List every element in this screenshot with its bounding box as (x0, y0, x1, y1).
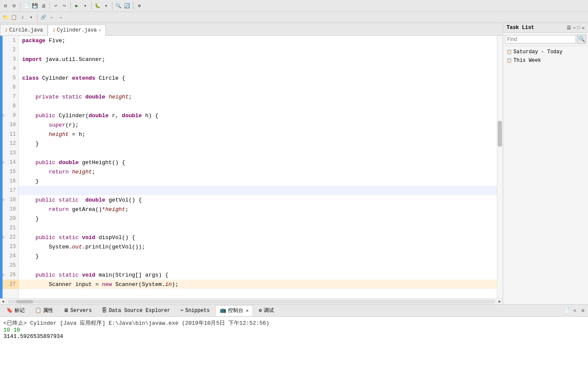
run-dropdown-icon[interactable]: ▾ (81, 2, 89, 10)
bottom-panel: 🔖 标记 📋 属性 🖥 Servers 🗄 Data Source Explor… (0, 304, 588, 381)
ln-4: 4 (3, 64, 18, 73)
link-icon[interactable]: 🔗 (40, 14, 47, 21)
console-output-2: 3141.5926535897934 (3, 333, 585, 340)
settings-icon[interactable]: ⚙ (135, 2, 143, 10)
console-close-btn[interactable]: ✕ (571, 307, 578, 314)
ln-12: 12 (3, 139, 18, 148)
ln-26: 26 (3, 270, 18, 280)
task-saturday-label: Saturday - Today (513, 49, 562, 55)
ln-3: 3 (3, 55, 18, 64)
ln-27: 27 (3, 280, 18, 289)
code-line-14: public double getHeight() { (19, 158, 497, 167)
code-line-21 (19, 223, 497, 233)
debug-dropdown-icon[interactable]: ▾ (102, 2, 110, 10)
tab-console[interactable]: 📺 控制台 ✕ (215, 305, 253, 316)
code-line-18: public static double getVol() { (19, 195, 497, 205)
arrow-icon[interactable]: ↕ (19, 14, 26, 21)
tab-debug[interactable]: ⚙ 调试 (254, 305, 278, 316)
task-list-minimize-icon[interactable]: — (573, 25, 576, 31)
horizontal-scrollbar[interactable]: ◀ ▶ (0, 298, 503, 304)
h-scroll-thumb[interactable] (16, 300, 33, 303)
bookmark-label: 标记 (14, 307, 25, 314)
ln-25: 25 (3, 261, 18, 270)
task-list-menu-icon[interactable]: ☰ (567, 25, 571, 31)
bookmark-icon: 🔖 (6, 307, 13, 314)
task-week-label: This Week (513, 58, 541, 64)
tab-data-source-explorer[interactable]: 🗄 Data Source Explorer (97, 306, 175, 315)
refresh-icon[interactable]: 🔄 (123, 2, 131, 10)
code-line-2 (19, 45, 497, 55)
code-line-25 (19, 261, 497, 270)
h-scroll-track[interactable] (8, 300, 495, 303)
back-icon[interactable]: ← (48, 14, 56, 21)
task-list-maximize-icon[interactable]: □ (577, 25, 580, 31)
run-icon[interactable]: ▶ (73, 2, 81, 10)
ln-23: 23 (3, 242, 18, 251)
properties-label: 属性 (43, 307, 53, 314)
debug-icon[interactable]: 🐛 (94, 2, 101, 10)
code-line-26: public static void main(String[] args) { (19, 270, 497, 280)
save-icon[interactable]: 💾 (31, 2, 39, 10)
code-line-23: System.out.println(getVol()); (19, 242, 497, 251)
tab-bookmark[interactable]: 🔖 标记 (2, 305, 29, 316)
ln-9: 9 (3, 111, 18, 120)
tab-servers[interactable]: 🖥 Servers (59, 306, 96, 315)
ln-1: 1 (3, 36, 18, 45)
ln-8: 8 (3, 101, 18, 111)
cylinder-java-label: Cylinder.java (57, 27, 97, 33)
task-search-input[interactable] (505, 35, 576, 43)
task-this-week[interactable]: 📋 This Week (503, 56, 588, 65)
dropdown-icon[interactable]: ▾ (27, 14, 35, 21)
data-source-label: Data Source Explorer (109, 308, 170, 314)
tab-circle-java[interactable]: J Circle.java (0, 24, 48, 35)
scrollbar-thumb[interactable] (498, 121, 502, 147)
code-editor[interactable]: 1 2 3 4 5 6 7 8 9 10 11 12 13 14 15 16 1… (0, 36, 503, 298)
task-saturday-today[interactable]: 📋 Saturday - Today (503, 48, 588, 56)
circle-java-label: Circle.java (9, 27, 43, 33)
task-list-close-icon[interactable]: ✕ (582, 25, 585, 31)
code-line-13 (19, 148, 497, 158)
ln-2: 2 (3, 45, 18, 55)
file-icon[interactable]: 📄 (23, 2, 30, 10)
copy-icon[interactable]: 📋 (10, 14, 18, 21)
search-icon[interactable]: 🔍 (115, 2, 122, 10)
code-line-3: import java.util.Scanner; (19, 55, 497, 64)
main-area: J Circle.java J Cylinder.java ✕ 1 2 3 4 … (0, 23, 588, 304)
tab-cylinder-java[interactable]: J Cylinder.java ✕ (48, 25, 106, 36)
ln-16: 16 (3, 176, 18, 186)
tab-snippets[interactable]: ✂ Snippets (176, 306, 214, 315)
task-search-bar: 🔍 (503, 33, 588, 46)
tab-properties[interactable]: 📋 属性 (30, 305, 58, 316)
vertical-scrollbar[interactable] (497, 36, 503, 298)
cylinder-java-close[interactable]: ✕ (98, 28, 101, 33)
sep1 (20, 2, 20, 10)
print-icon[interactable]: 🖨 (40, 2, 47, 10)
console-new-icon[interactable]: 📄 (563, 307, 570, 314)
code-line-8 (19, 101, 497, 111)
code-content[interactable]: package Five; import java.util.Scanner; … (19, 36, 497, 298)
h-scroll-left[interactable]: ◀ (0, 299, 6, 305)
h-scroll-right[interactable]: ▶ (497, 299, 503, 305)
circle-java-icon: J (5, 28, 8, 33)
ln-7: 7 (3, 92, 18, 101)
console-output-1: 10 10 (3, 327, 585, 333)
ln-15: 15 (3, 167, 18, 176)
task-list-title: Task List (507, 25, 534, 31)
maximize-icon[interactable]: ⊡ (10, 2, 18, 10)
ln-21: 21 (3, 223, 18, 233)
console-close-icon[interactable]: ✕ (246, 308, 248, 313)
task-sections: 📋 Saturday - Today 📋 This Week (503, 46, 588, 66)
undo-icon[interactable]: ↩ (52, 2, 60, 10)
task-search-button[interactable]: 🔍 (577, 35, 586, 44)
new-icon[interactable]: 📁 (2, 14, 9, 21)
redo-icon[interactable]: ↪ (61, 2, 68, 10)
console-settings-icon[interactable]: ⚙ (579, 307, 586, 314)
forward-icon[interactable]: → (57, 14, 64, 21)
code-line-16: } (19, 176, 497, 186)
servers-label: Servers (70, 308, 92, 314)
minimize-icon[interactable]: ⊟ (2, 2, 9, 10)
sep3 (70, 2, 71, 10)
ln-19: 19 (3, 205, 18, 214)
editor-container: J Circle.java J Cylinder.java ✕ 1 2 3 4 … (0, 23, 503, 304)
bottom-tab-bar: 🔖 标记 📋 属性 🖥 Servers 🗄 Data Source Explor… (0, 305, 588, 317)
